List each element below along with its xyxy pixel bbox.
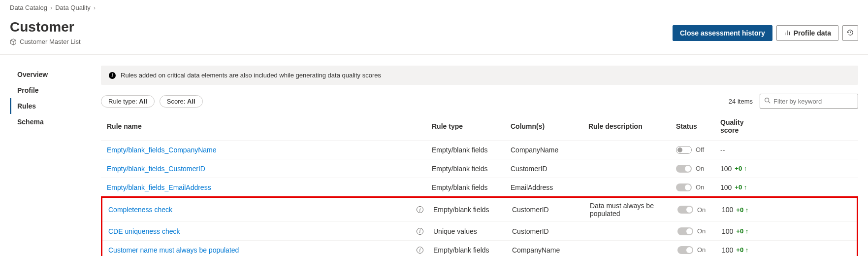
rule-name-link[interactable]: Customer name must always be populated [108,246,239,254]
search-input-wrap[interactable] [760,94,858,109]
info-icon: i [109,72,116,79]
table-row: Completeness checkiEmpty/blank fieldsCus… [102,198,857,222]
profile-data-button[interactable]: Profile data [776,25,838,41]
columns-cell: CustomerID [512,206,590,214]
description-cell: Data must always be populated [590,202,677,218]
close-assessment-history-button[interactable]: Close assessment history [673,25,772,41]
score-value: 100 [722,227,733,235]
table-row: Empty/blank_fields_CompanyNameEmpty/blan… [101,141,858,159]
history-icon [847,29,854,37]
chevron-right-icon: › [50,4,52,11]
table-row: Empty/blank_fields_CustomerIDEmpty/blank… [101,159,858,178]
bar-chart-icon [784,29,791,37]
rules-table: Rule name Rule type Column(s) Rule descr… [101,112,858,256]
rule-type-cell: Empty/blank fields [432,183,511,191]
table-row: Customer name must always be populatediE… [102,241,857,256]
rule-name-link[interactable]: Empty/blank_fields_EmailAddress [107,183,211,191]
col-header-desc[interactable]: Rule description [588,122,676,130]
columns-cell: CompanyName [511,146,588,154]
status-toggle[interactable] [677,227,693,235]
breadcrumb-item[interactable]: Data Catalog [10,4,47,11]
info-banner-text: Rules added on critical data elements ar… [121,72,381,79]
table-header: Rule name Rule type Column(s) Rule descr… [101,112,858,141]
highlighted-rows: Completeness checkiEmpty/blank fieldsCus… [101,196,858,256]
col-header-columns[interactable]: Column(s) [511,122,588,130]
status-label: On [697,227,706,235]
info-icon[interactable]: i [417,247,423,254]
search-icon [764,97,771,105]
status-label: On [697,246,706,254]
status-label: On [696,165,704,172]
svg-point-3 [765,98,769,102]
score-value: 100 [720,165,732,173]
chevron-right-icon: › [94,4,96,11]
col-header-status[interactable]: Status [676,122,720,130]
rule-type-cell: Empty/blank fields [432,146,511,154]
table-row: Empty/blank_fields_EmailAddressEmpty/bla… [101,178,858,197]
score-value: 100 [722,246,733,254]
main-content: i Rules added on critical data elements … [101,55,868,256]
rule-type-cell: Empty/blank fields [432,165,511,173]
filter-score[interactable]: Score: All [160,95,203,108]
columns-cell: CustomerID [512,227,590,235]
rule-name-link[interactable]: Completeness check [108,206,172,214]
table-row: CDE uniqueness checkiUnique valuesCustom… [102,222,857,241]
score-delta: +0 ↑ [735,165,747,172]
breadcrumb-item[interactable]: Data Quality [55,4,91,11]
rule-type-cell: Empty/blank fields [433,206,512,214]
col-header-name[interactable]: Rule name [107,122,432,130]
items-count: 24 items [729,98,753,105]
subtitle: Customer Master List [20,38,81,45]
cube-icon [10,38,17,45]
score-delta: +0 ↑ [736,206,748,214]
columns-cell: CompanyName [512,246,590,254]
col-header-score[interactable]: Quality score [720,118,760,134]
status-toggle[interactable] [676,165,692,173]
status-label: On [697,206,706,214]
status-toggle[interactable] [677,246,693,254]
svg-line-4 [769,102,770,103]
status-toggle[interactable] [676,183,692,191]
toolbar: Rule type: All Score: All 24 items [101,94,858,109]
sidebar-item-schema[interactable]: Schema [10,114,101,130]
score-delta: +0 ↑ [735,183,747,191]
search-input[interactable] [773,98,856,105]
sidebar-item-overview[interactable]: Overview [10,67,101,82]
score-value: 100 [720,183,732,191]
filter-rule-type[interactable]: Rule type: All [101,95,155,108]
columns-cell: CustomerID [511,165,588,173]
columns-cell: EmailAddress [511,183,588,191]
history-icon-button[interactable] [842,25,858,41]
info-banner: i Rules added on critical data elements … [101,66,858,85]
col-header-type[interactable]: Rule type [432,122,511,130]
score-delta: +0 ↑ [736,227,748,235]
status-toggle[interactable] [676,146,692,154]
score-value: -- [720,146,725,154]
status-label: Off [696,146,704,153]
rule-name-link[interactable]: Empty/blank_fields_CustomerID [107,165,205,173]
rule-type-cell: Unique values [433,227,512,235]
table-body: Empty/blank_fields_CompanyNameEmpty/blan… [101,141,858,197]
status-toggle[interactable] [677,206,693,214]
sidebar: Overview Profile Rules Schema [0,55,101,256]
page-header: Customer Customer Master List Close asse… [0,15,868,55]
info-icon[interactable]: i [417,228,423,235]
rule-name-link[interactable]: Empty/blank_fields_CompanyName [107,146,217,154]
status-label: On [696,183,704,191]
sidebar-item-rules[interactable]: Rules [10,98,101,114]
score-delta: +0 ↑ [736,246,748,254]
rule-type-cell: Empty/blank fields [433,246,512,254]
score-value: 100 [722,206,733,214]
breadcrumb: Data Catalog › Data Quality › [0,0,868,15]
rule-name-link[interactable]: CDE uniqueness check [108,227,180,235]
info-icon[interactable]: i [417,206,423,213]
sidebar-item-profile[interactable]: Profile [10,82,101,98]
page-title: Customer [10,19,81,35]
